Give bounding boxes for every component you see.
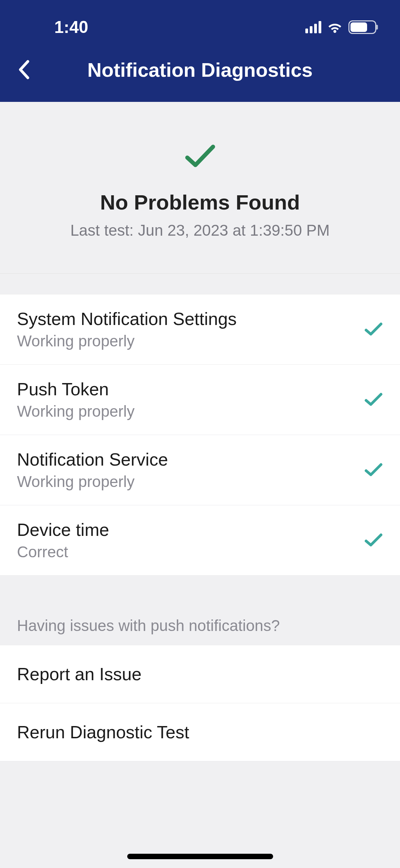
rerun-test-button[interactable]: Rerun Diagnostic Test <box>0 703 400 761</box>
diagnostics-list: System Notification Settings Working pro… <box>0 294 400 576</box>
actions-list: Report an Issue Rerun Diagnostic Test <box>0 645 400 761</box>
diag-status: Working properly <box>17 472 168 491</box>
battery-icon <box>348 20 376 34</box>
page-title: Notification Diagnostics <box>0 58 400 81</box>
diag-title: System Notification Settings <box>17 309 236 329</box>
check-icon <box>364 322 383 337</box>
spacer <box>0 274 400 294</box>
status-bar: 1:40 <box>0 0 400 37</box>
status-indicators <box>305 20 376 34</box>
report-issue-button[interactable]: Report an Issue <box>0 645 400 703</box>
diag-row-push-token[interactable]: Push Token Working properly <box>0 365 400 435</box>
nav-bar: Notification Diagnostics <box>0 37 400 102</box>
issues-section-header: Having issues with push notifications? <box>0 576 400 645</box>
diag-title: Device time <box>17 520 109 540</box>
success-check-icon <box>183 143 217 170</box>
chevron-left-icon <box>18 59 30 80</box>
summary-panel: No Problems Found Last test: Jun 23, 202… <box>0 102 400 274</box>
check-icon <box>364 392 383 407</box>
check-icon <box>364 463 383 477</box>
summary-subtitle: Last test: Jun 23, 2023 at 1:39:50 PM <box>14 221 386 239</box>
diag-status: Working properly <box>17 402 135 420</box>
diag-title: Notification Service <box>17 449 168 470</box>
diag-status: Working properly <box>17 332 236 350</box>
app-header: 1:40 Notification Diagnostics <box>0 0 400 102</box>
diag-status: Correct <box>17 543 109 561</box>
diag-title: Push Token <box>17 379 135 399</box>
home-indicator[interactable] <box>127 854 273 859</box>
status-time: 1:40 <box>54 17 88 37</box>
cellular-signal-icon <box>305 21 321 33</box>
diag-row-system-notification-settings[interactable]: System Notification Settings Working pro… <box>0 294 400 365</box>
summary-title: No Problems Found <box>14 190 386 214</box>
wifi-icon <box>327 21 343 33</box>
diag-row-notification-service[interactable]: Notification Service Working properly <box>0 435 400 505</box>
check-icon <box>364 533 383 548</box>
diag-row-device-time[interactable]: Device time Correct <box>0 505 400 576</box>
back-button[interactable] <box>10 56 37 83</box>
